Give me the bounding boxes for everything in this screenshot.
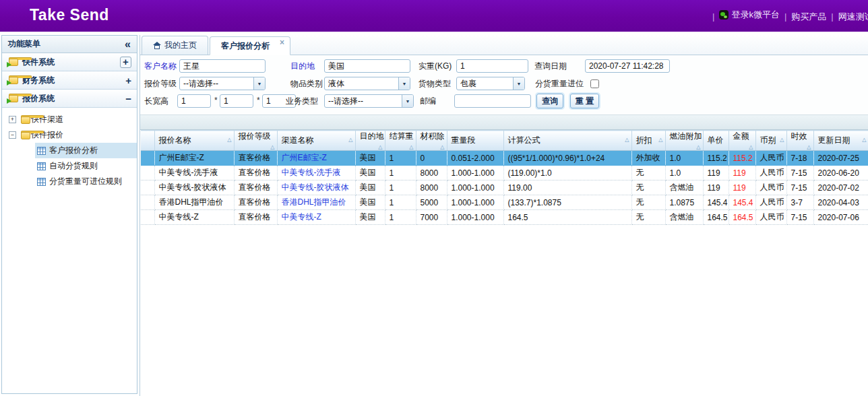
collapse-minus-icon[interactable]: −	[125, 94, 131, 103]
table-cell: 5000	[416, 195, 447, 210]
destination-input[interactable]	[324, 59, 410, 73]
column-header-15[interactable]: 更新日期△	[813, 131, 868, 151]
table-cell: 美国	[355, 210, 385, 225]
channel-link[interactable]: 香港DHL指甲油价	[282, 197, 346, 207]
link-separator: |	[831, 11, 833, 22]
collapse-sidebar-icon[interactable]: «	[125, 39, 131, 50]
table-cell: 2020-07-25	[813, 151, 868, 166]
item-category-select[interactable]: 液体 ▼	[324, 77, 410, 90]
sidebar-tree: + 快件渠道 − 快件报价 客户报价分析 自动分货规则 分货重量可进位规则	[2, 108, 137, 189]
customer-name-input[interactable]	[179, 59, 266, 73]
table-cell: 人民币	[755, 210, 786, 225]
table-cell: 无	[631, 195, 665, 210]
table-cell: 香港DHL指甲油价	[154, 195, 234, 210]
table-cell: 3-7	[786, 195, 813, 210]
column-header-4[interactable]: 目的地△	[355, 131, 385, 151]
table-cell: 人民币	[755, 195, 786, 210]
table-cell: 人民币	[755, 151, 786, 166]
column-header-2[interactable]: 报价等级△	[234, 131, 277, 151]
table-cell: 含燃油	[665, 180, 703, 195]
column-header-1[interactable]: 报价名称△	[154, 131, 234, 151]
sidebar-section-express[interactable]: 快件系统 +	[2, 53, 137, 71]
tree-item-customer-quote-analysis[interactable]: 客户报价分析	[2, 143, 137, 158]
speed-test-link[interactable]: 网速测试	[838, 11, 868, 23]
table-cell: 广州E邮宝-Z	[277, 151, 355, 166]
tab-my-homepage[interactable]: 我的主页	[142, 36, 208, 55]
sort-asc-icon: △	[658, 137, 662, 143]
split-weight-carry-label: 分货重量进位	[535, 77, 584, 90]
folder-arrow-icon	[7, 75, 19, 85]
tree-item-weight-carry-rules[interactable]: 分货重量可进位规则	[2, 174, 137, 189]
table-cell: 中美专线-洗手液	[154, 166, 234, 180]
table-row[interactable]: 香港DHL指甲油价直客价格香港DHL指甲油价美国150001.000-1.000…	[141, 195, 868, 210]
expander-plus-icon[interactable]: +	[9, 116, 16, 123]
expand-plus-icon[interactable]: +	[120, 57, 131, 68]
column-header-6[interactable]: 材积除△	[416, 131, 447, 151]
tree-node-express-channel[interactable]: + 快件渠道	[2, 112, 137, 127]
table-cell: 2020-04-03	[813, 195, 868, 210]
zip-code-label: 邮编	[420, 94, 436, 108]
table-row[interactable]: 中美专线-胶状液体直客价格中美专线-胶状液体美国180001.000-1.000…	[141, 180, 868, 195]
column-header-14[interactable]: 时效△	[786, 131, 813, 151]
grid-icon	[37, 147, 46, 155]
reset-button[interactable]: 重 置	[570, 94, 599, 108]
business-type-select[interactable]: --请选择-- ▼	[324, 94, 414, 108]
zip-code-input[interactable]	[454, 94, 531, 108]
wechat-icon	[719, 10, 728, 20]
channel-link[interactable]: 中美专线-洗手液	[282, 168, 341, 177]
sort-asc-icon: △	[348, 137, 352, 143]
expander-minus-icon[interactable]: −	[9, 131, 16, 139]
table-cell: 直客价格	[234, 180, 277, 195]
table-cell: 无	[631, 166, 665, 180]
item-category-label: 物品类别	[290, 77, 323, 90]
quote-level-select[interactable]: --请选择-- ▼	[179, 77, 266, 90]
width-input[interactable]	[220, 94, 253, 108]
search-button[interactable]: 查询	[536, 94, 563, 108]
grid-icon	[37, 162, 46, 170]
table-row[interactable]: 中美专线-Z直客价格中美专线-Z美国170001.000-1.000164.5无…	[141, 210, 868, 225]
table-row[interactable]: 中美专线-洗手液直客价格中美专线-洗手液美国180001.000-1.000(1…	[141, 166, 868, 180]
sort-asc-icon: △	[440, 144, 444, 150]
tree-item-auto-allocation-rules[interactable]: 自动分货规则	[2, 158, 137, 174]
channel-link[interactable]: 中美专线-胶状液体	[282, 183, 349, 192]
table-cell: 中美专线-Z	[277, 210, 355, 225]
column-header-13[interactable]: 币别△	[755, 131, 786, 151]
column-header-5[interactable]: 结算重△	[385, 131, 416, 151]
quote-level-label: 报价等级	[144, 77, 177, 90]
split-weight-carry-checkbox[interactable]	[590, 79, 599, 88]
query-date-input[interactable]	[585, 59, 670, 73]
table-cell: 1.000-1.000	[447, 195, 503, 210]
actual-weight-input[interactable]	[456, 59, 528, 73]
expand-plus-icon[interactable]: +	[125, 76, 131, 85]
table-cell	[141, 195, 154, 210]
cargo-type-select[interactable]: 包裹 ▼	[456, 77, 525, 90]
column-header-12[interactable]: 金额△	[728, 131, 755, 151]
sidebar-section-finance[interactable]: 财务系统 +	[2, 71, 137, 90]
folder-open-icon	[20, 131, 31, 140]
folder-arrow-icon	[7, 57, 19, 67]
table-cell: 115.2	[728, 151, 755, 166]
cargo-type-label: 货物类型	[418, 77, 451, 90]
tree-node-express-quote[interactable]: − 快件报价	[2, 127, 137, 143]
column-header-9[interactable]: 折扣△	[631, 131, 665, 151]
table-header-row: 报价名称△报价等级△渠道名称△目的地△结算重△材积除△重量段计算公式△折扣△燃油…	[141, 131, 868, 151]
login-wechat-link[interactable]: 登录k微平台	[719, 9, 780, 21]
length-input[interactable]	[177, 94, 211, 108]
buy-product-link[interactable]: 购买产品	[791, 11, 826, 23]
column-header-10[interactable]: 燃油附加△	[665, 131, 703, 151]
channel-link[interactable]: 中美专线-Z	[282, 212, 321, 222]
tab-customer-quote-analysis[interactable]: 客户报价分析 ×	[210, 36, 290, 55]
sort-asc-icon: △	[696, 144, 700, 150]
table-cell: ((95*1/1.000)*0.96)*1.0+24	[503, 151, 631, 166]
table-cell: 2020-06-20	[813, 166, 868, 180]
channel-link[interactable]: 广州E邮宝-Z	[282, 153, 327, 162]
close-icon[interactable]: ×	[280, 39, 284, 46]
query-date-label: 查询日期	[534, 59, 567, 73]
table-cell: 1	[385, 195, 416, 210]
table-row[interactable]: 广州E邮宝-Z直客价格广州E邮宝-Z美国100.051-2.000((95*1/…	[141, 151, 868, 166]
sidebar-section-quote[interactable]: 报价系统 −	[2, 90, 137, 108]
table-cell: 7-15	[786, 166, 813, 180]
table-cell: 119	[703, 166, 728, 180]
column-header-8[interactable]: 计算公式△	[503, 131, 631, 151]
column-header-3[interactable]: 渠道名称△	[277, 131, 355, 151]
